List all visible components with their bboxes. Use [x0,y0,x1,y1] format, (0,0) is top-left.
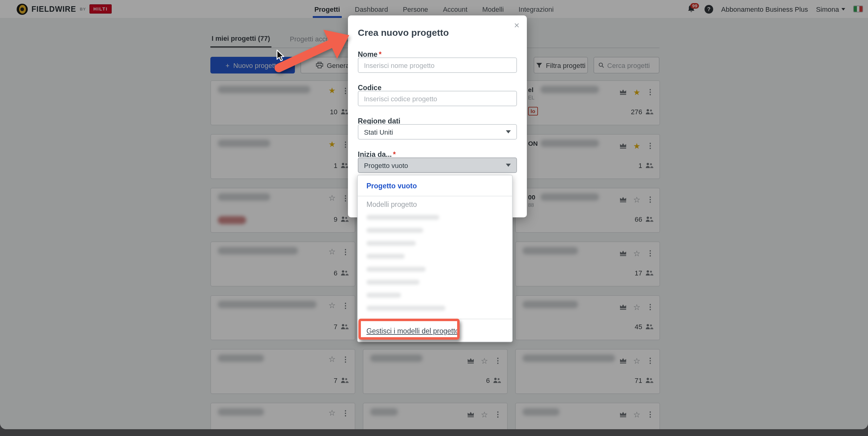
annotation-layer [0,0,868,429]
app-window: FIELDWIRE BY HILTI Progetti Dashboard Pe… [0,0,868,429]
annotation-arrow [279,30,349,68]
mouse-cursor [277,50,284,60]
screen: FIELDWIRE BY HILTI Progetti Dashboard Pe… [0,0,868,436]
